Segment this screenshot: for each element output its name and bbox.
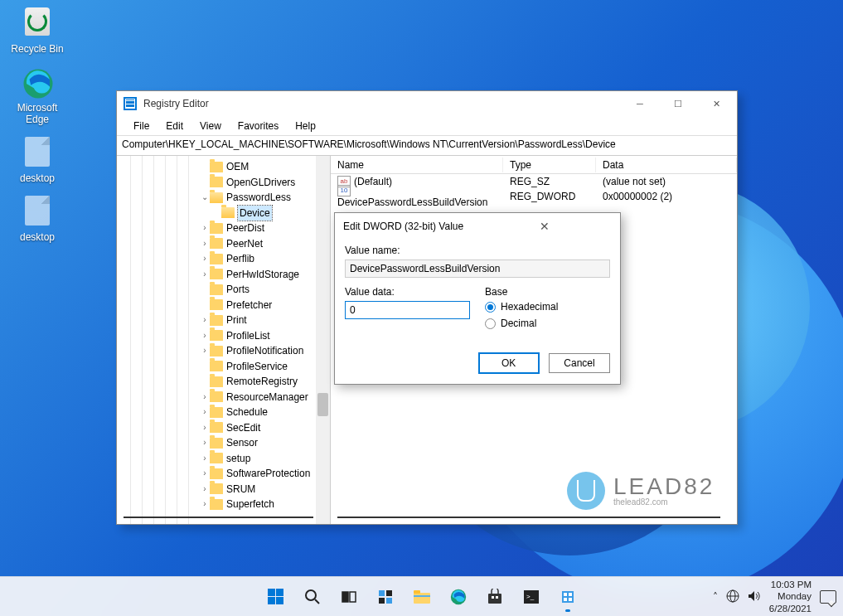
- chevron-right-icon[interactable]: ›: [200, 343, 210, 359]
- tree-scrollbar-vertical[interactable]: [316, 156, 330, 524]
- dialog-close-button[interactable]: ✕: [477, 220, 612, 233]
- taskbar-regedit[interactable]: [550, 580, 585, 614]
- desktop-icon-recycle-bin[interactable]: Recycle Bin: [7, 7, 68, 55]
- tray-chevron-up-icon[interactable]: ˄: [713, 591, 718, 603]
- tree-item-label: ProfileNotification: [226, 343, 303, 359]
- ok-button[interactable]: OK: [478, 352, 540, 374]
- close-button[interactable]: ✕: [697, 91, 735, 116]
- text-file-icon: [25, 196, 50, 226]
- tree-item[interactable]: Prefetcher: [200, 298, 330, 313]
- col-header-data[interactable]: Data: [596, 158, 737, 172]
- chevron-right-icon[interactable]: ›: [200, 405, 210, 420]
- chevron-right-icon[interactable]: ›: [200, 328, 210, 344]
- taskbar-terminal[interactable]: >_: [514, 580, 549, 614]
- tree-item[interactable]: OpenGLDrivers: [200, 175, 330, 191]
- chevron-right-icon[interactable]: ›: [200, 313, 210, 328]
- taskbar-explorer[interactable]: [405, 580, 439, 614]
- tree-item-label: setup: [226, 451, 250, 467]
- tree-item[interactable]: Device: [200, 206, 330, 221]
- tree-item-label: PeerDist: [226, 221, 264, 236]
- taskbar-search[interactable]: [295, 580, 330, 614]
- tree-item[interactable]: ›Sensor: [200, 435, 330, 451]
- tree-item-label: Sensor: [226, 435, 258, 451]
- value-name-label: Value name:: [345, 245, 610, 256]
- tree-item[interactable]: ›SecEdit: [200, 420, 330, 436]
- folder-icon: [210, 330, 223, 341]
- col-header-name[interactable]: Name: [331, 158, 503, 172]
- tree-item[interactable]: ›PerHwIdStorage: [200, 267, 330, 283]
- chevron-right-icon[interactable]: ›: [200, 451, 210, 467]
- dword-value-icon: 10: [337, 185, 351, 196]
- chevron-right-icon[interactable]: ›: [200, 221, 210, 236]
- tree-scrollbar-horizontal[interactable]: [124, 516, 313, 519]
- taskbar-clock[interactable]: 10:03 PM Monday 6/28/2021: [769, 579, 812, 614]
- folder-icon: [210, 192, 223, 203]
- tray-volume-icon[interactable]: [748, 590, 761, 604]
- titlebar[interactable]: Registry Editor ─ ☐ ✕: [117, 91, 737, 116]
- chevron-right-icon[interactable]: ›: [200, 236, 210, 252]
- list-row[interactable]: 10DevicePasswordLessBuildVersionREG_DWOR…: [331, 189, 737, 204]
- chevron-right-icon[interactable]: ›: [200, 390, 210, 405]
- folder-icon: [210, 422, 223, 433]
- notifications-icon[interactable]: [820, 590, 836, 604]
- tree-item[interactable]: ⌄PasswordLess: [200, 190, 330, 206]
- list-scrollbar-horizontal[interactable]: [337, 516, 720, 519]
- flask-icon: [567, 472, 605, 510]
- menu-edit[interactable]: Edit: [157, 119, 191, 133]
- menu-file[interactable]: File: [125, 119, 157, 133]
- tree-pane[interactable]: OEMOpenGLDrivers⌄PasswordLessDevice›Peer…: [117, 156, 331, 524]
- menu-favorites[interactable]: Favorites: [230, 119, 287, 133]
- tree-item[interactable]: ›ProfileList: [200, 328, 330, 344]
- tree-item[interactable]: ›PeerDist: [200, 221, 330, 236]
- taskbar-widgets[interactable]: [368, 580, 403, 614]
- desktop-icon-edge[interactable]: Microsoft Edge: [7, 66, 68, 125]
- tree-item[interactable]: ›Perflib: [200, 251, 330, 267]
- folder-icon: [210, 269, 223, 279]
- tree-item[interactable]: OEM: [200, 159, 330, 175]
- minimize-button[interactable]: ─: [621, 91, 659, 116]
- folder-icon: [210, 391, 223, 402]
- tree-item[interactable]: ›Schedule: [200, 405, 330, 420]
- tree-item[interactable]: RemoteRegistry: [200, 374, 330, 390]
- tree-item-label: Print: [226, 313, 247, 328]
- chevron-right-icon[interactable]: ›: [200, 420, 210, 436]
- col-header-type[interactable]: Type: [503, 158, 596, 172]
- taskbar-edge[interactable]: [441, 580, 476, 614]
- address-bar[interactable]: Computer\HKEY_LOCAL_MACHINE\SOFTWARE\Mic…: [117, 136, 737, 156]
- maximize-button[interactable]: ☐: [659, 91, 697, 116]
- tree-item[interactable]: ›SoftwareProtection: [200, 466, 330, 482]
- radio-hexadecimal[interactable]: Hexadecimal: [485, 301, 610, 313]
- folder-icon: [210, 499, 223, 510]
- svg-text:>_: >_: [526, 593, 535, 600]
- taskbar-store[interactable]: [477, 580, 512, 614]
- desktop-icon-textfile-1[interactable]: desktop: [7, 137, 68, 184]
- tree-item[interactable]: ProfileService: [200, 359, 330, 375]
- tree-item[interactable]: ›Superfetch: [200, 497, 330, 512]
- folder-icon: [210, 483, 223, 494]
- menu-view[interactable]: View: [191, 119, 230, 133]
- chevron-right-icon[interactable]: ›: [200, 267, 210, 283]
- chevron-right-icon[interactable]: ›: [200, 251, 210, 267]
- desktop-icon-textfile-2[interactable]: desktop: [7, 196, 68, 243]
- tree-item[interactable]: ›SRUM: [200, 482, 330, 497]
- chevron-right-icon[interactable]: ›: [200, 466, 210, 482]
- svg-rect-3: [342, 592, 348, 602]
- chevron-down-icon[interactable]: ⌄: [200, 190, 210, 206]
- tree-item[interactable]: ›ProfileNotification: [200, 343, 330, 359]
- chevron-right-icon[interactable]: ›: [200, 497, 210, 512]
- tree-item[interactable]: ›Print: [200, 313, 330, 328]
- tray-network-icon[interactable]: [726, 589, 739, 604]
- chevron-right-icon[interactable]: ›: [200, 482, 210, 497]
- folder-icon: [210, 254, 223, 264]
- value-data-input[interactable]: [345, 301, 470, 319]
- tree-item[interactable]: ›PeerNet: [200, 236, 330, 252]
- tree-item[interactable]: ›setup: [200, 451, 330, 467]
- radio-decimal[interactable]: Decimal: [485, 318, 610, 329]
- tree-item[interactable]: ›ResourceManager: [200, 390, 330, 405]
- taskbar-taskview[interactable]: [332, 580, 366, 614]
- menu-help[interactable]: Help: [287, 119, 324, 133]
- cancel-button[interactable]: Cancel: [549, 353, 610, 373]
- chevron-right-icon[interactable]: ›: [200, 435, 210, 451]
- start-button[interactable]: [259, 580, 293, 614]
- tree-item[interactable]: Ports: [200, 282, 330, 298]
